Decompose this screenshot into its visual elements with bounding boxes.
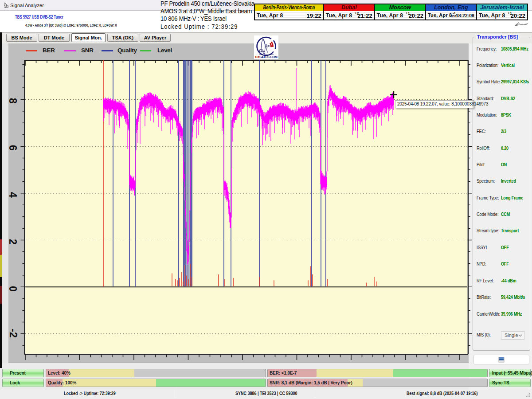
svg-text:DXSATCS.COM: DXSATCS.COM: [255, 55, 277, 59]
